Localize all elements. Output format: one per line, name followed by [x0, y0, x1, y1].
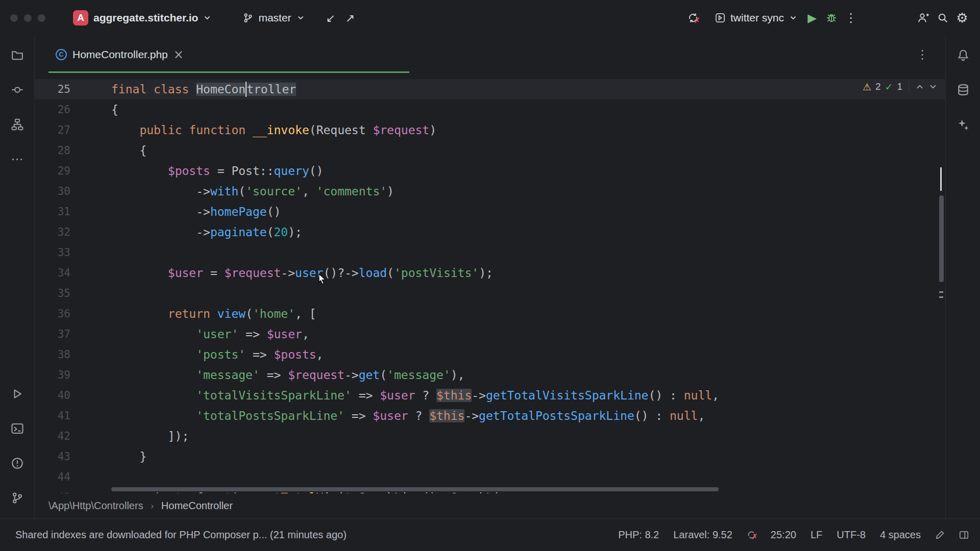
- more-vertical-icon: ⋮: [916, 47, 928, 62]
- git-branch-widget[interactable]: master: [238, 9, 309, 27]
- code-line-42[interactable]: 42 ]);: [35, 426, 945, 446]
- code-line-36[interactable]: 36 return view('home', [: [35, 304, 945, 324]
- chevron-down-icon[interactable]: [928, 82, 938, 91]
- code-line-32[interactable]: 32 ->paginate(20);: [35, 222, 945, 242]
- code-line-26[interactable]: 26{: [35, 99, 945, 120]
- token-plain-text: [210, 307, 217, 320]
- problems-tool-button[interactable]: [5, 451, 30, 475]
- code-line-38[interactable]: 38 'posts' => $posts,: [35, 344, 945, 365]
- more-vertical-icon: ⋮: [845, 11, 857, 25]
- commit-tool-button[interactable]: [5, 78, 30, 102]
- code-line-29[interactable]: 29 $posts = Post::query(): [35, 161, 945, 181]
- right-toolbar: [945, 36, 980, 518]
- code-line-25[interactable]: 25final class HomeController: [35, 79, 945, 99]
- token-plain-text: [111, 409, 196, 422]
- window-close-button[interactable]: [10, 14, 18, 22]
- token-plain-text: =>: [345, 409, 373, 422]
- notifications-button[interactable]: [951, 43, 975, 67]
- line-separator-widget[interactable]: LF: [811, 529, 822, 541]
- token-plain-text: ->: [111, 185, 210, 198]
- project-tool-button[interactable]: [5, 43, 30, 67]
- check-icon: ✓: [885, 81, 893, 92]
- breadcrumb-current[interactable]: HomeController: [161, 500, 233, 512]
- panel-layout-icon[interactable]: [959, 530, 969, 540]
- line-number: 31: [35, 202, 111, 222]
- token-plain-text: [111, 266, 168, 280]
- code-line-34[interactable]: 34 $user = $request->user()?->load('post…: [35, 263, 945, 283]
- ai-assistant-button[interactable]: [951, 112, 975, 137]
- token-keyword: class: [154, 83, 189, 96]
- token-plain-text: [182, 123, 189, 137]
- breadcrumb: \App\Http\Controllers › HomeController: [35, 493, 945, 518]
- run-config-icon: [715, 13, 725, 23]
- token-function-call: get: [359, 368, 380, 382]
- write-access-icon[interactable]: [935, 530, 945, 540]
- settings-button[interactable]: ⚙: [952, 8, 972, 28]
- run-configuration-widget[interactable]: twitter sync: [710, 9, 802, 27]
- laravel-version-widget[interactable]: Laravel: 9.52: [673, 529, 732, 541]
- token-variable: $user: [380, 389, 415, 402]
- code-with-me-button[interactable]: [914, 8, 933, 28]
- caret-position-widget[interactable]: 25:20: [771, 529, 796, 541]
- token-plain-text: [111, 307, 168, 320]
- inspection-widget[interactable]: ⚠ 2 ✓ 1: [863, 81, 938, 92]
- token-plain-text: , [: [295, 307, 316, 320]
- vertical-scrollbar-thumb[interactable]: [939, 195, 944, 282]
- line-number: 27: [35, 120, 111, 140]
- code-line-27[interactable]: 27 public function __invoke(Request $req…: [35, 120, 945, 140]
- code-line-28[interactable]: 28 {: [35, 140, 945, 161]
- tab-homecontroller[interactable]: C HomeController.php ×: [48, 36, 191, 73]
- line-number: 43: [35, 446, 111, 467]
- code-line-30[interactable]: 30 ->with('source', 'comments'): [35, 181, 945, 202]
- project-widget[interactable]: A aggregate.stitcher.io: [68, 7, 216, 29]
- token-plain-text: ]);: [111, 430, 189, 443]
- line-number: 36: [35, 304, 111, 324]
- window-zoom-button[interactable]: [38, 14, 45, 22]
- line-number: 41: [35, 406, 111, 426]
- version-control-tool-button[interactable]: [5, 486, 30, 510]
- code-line-35[interactable]: 35: [35, 283, 945, 304]
- code-editor[interactable]: 25final class HomeController26{27 public…: [35, 73, 945, 493]
- sync-error-icon[interactable]: ✗: [747, 530, 756, 540]
- update-project-button[interactable]: ↙: [321, 8, 340, 28]
- code-line-41[interactable]: 41 'totalPostsSparkLine' => $user ? $thi…: [35, 406, 945, 426]
- code-line-43[interactable]: 43 }: [35, 446, 945, 467]
- debug-button[interactable]: [822, 8, 841, 28]
- run-button[interactable]: ▶: [802, 8, 822, 28]
- more-actions-button[interactable]: ⋮: [841, 8, 861, 28]
- token-plain-text: ): [387, 185, 394, 198]
- code-line-39[interactable]: 39 'message' => $request->get('message')…: [35, 365, 945, 385]
- chevron-up-icon[interactable]: [915, 82, 924, 91]
- database-icon: [957, 84, 969, 96]
- breadcrumb-path[interactable]: \App\Http\Controllers: [48, 500, 143, 512]
- horizontal-scrollbar-thumb[interactable]: [111, 487, 719, 491]
- sync-status-button[interactable]: ✗: [683, 8, 703, 28]
- php-version-widget[interactable]: PHP: 8.2: [618, 529, 659, 541]
- code-line-44[interactable]: 44: [35, 467, 945, 487]
- token-plain-text: ),: [451, 368, 465, 382]
- more-horizontal-icon: ⋯: [11, 152, 23, 166]
- terminal-tool-button[interactable]: [5, 416, 30, 441]
- window-minimize-button[interactable]: [24, 14, 32, 22]
- token-function-call: getTotalVisitsSparkLine: [486, 389, 649, 402]
- encoding-widget[interactable]: UTF-8: [837, 529, 866, 541]
- code-text: return view('home', [: [111, 304, 945, 324]
- token-plain-text: }: [111, 450, 146, 463]
- code-line-33[interactable]: 33: [35, 242, 945, 263]
- indent-widget[interactable]: 4 spaces: [880, 529, 921, 541]
- run-tool-button[interactable]: [5, 382, 30, 406]
- search-everywhere-button[interactable]: [933, 8, 952, 28]
- tab-close-icon[interactable]: ×: [174, 48, 184, 61]
- token-identifier-highlighted: HomeCon: [196, 83, 246, 96]
- editor-options-button[interactable]: ⋮: [913, 45, 932, 64]
- code-line-37[interactable]: 37 'user' => $user,: [35, 324, 945, 344]
- divider: [909, 81, 909, 92]
- commit-icon: [11, 84, 23, 96]
- code-line-31[interactable]: 31 ->homePage(): [35, 202, 945, 222]
- database-tool-button[interactable]: [951, 78, 975, 102]
- push-button[interactable]: ↗: [340, 8, 360, 28]
- code-line-40[interactable]: 40 'totalVisitsSparkLine' => $user ? $th…: [35, 385, 945, 406]
- project-name: aggregate.stitcher.io: [93, 12, 198, 24]
- structure-tool-button[interactable]: [5, 112, 30, 137]
- more-tool-windows-button[interactable]: ⋯: [5, 147, 30, 171]
